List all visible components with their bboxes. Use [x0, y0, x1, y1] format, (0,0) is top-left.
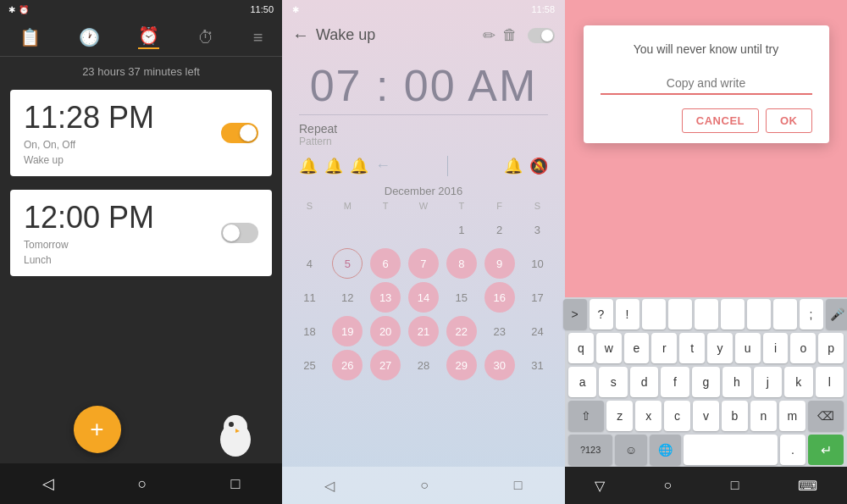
tab-clock[interactable]: 🕐	[79, 27, 100, 47]
cal-cell-4-4[interactable]: 29	[446, 350, 477, 380]
cal-cell-3-2[interactable]: 20	[370, 316, 401, 346]
key-enter[interactable]: ↵	[808, 435, 844, 465]
alarm-card-1[interactable]: 11:28 PM On, On, Off Wake up	[10, 90, 272, 176]
cal-cell-2-4[interactable]: 15	[446, 282, 477, 313]
cal-cell-2-1[interactable]: 12	[332, 282, 363, 313]
key-h[interactable]: h	[722, 367, 750, 397]
key-s1[interactable]	[642, 299, 666, 330]
home-nav-1[interactable]: ○	[138, 475, 147, 493]
alarm-card-2[interactable]: 12:00 PM Tomorrow Lunch	[10, 190, 272, 276]
key-m[interactable]: m	[779, 401, 805, 431]
key-u[interactable]: u	[735, 333, 761, 363]
cal-cell-2-2[interactable]: 13	[370, 282, 401, 313]
key-o[interactable]: o	[790, 333, 816, 363]
cal-cell-4-1[interactable]: 26	[332, 350, 363, 380]
recents-nav-1[interactable]: □	[231, 475, 241, 493]
key-s7[interactable]: ;	[800, 299, 823, 330]
key-s5[interactable]	[747, 299, 771, 330]
cal-cell-1-2[interactable]: 6	[370, 248, 401, 279]
cal-cell-0-4[interactable]: 1	[446, 214, 477, 245]
key-z[interactable]: z	[606, 401, 633, 431]
alarm-toggle-2[interactable]	[221, 223, 258, 243]
key-i[interactable]: i	[763, 333, 789, 363]
ok-button[interactable]: OK	[766, 108, 812, 133]
key-mic[interactable]: 🎤	[826, 299, 848, 330]
key-backspace[interactable]: ⌫	[808, 401, 844, 431]
cal-cell-2-0[interactable]: 11	[294, 282, 324, 313]
key-r[interactable]: r	[651, 333, 677, 363]
recents-nav-3[interactable]: □	[731, 478, 739, 493]
cal-cell-1-5[interactable]: 9	[484, 248, 515, 279]
key-emoji[interactable]: ☺	[615, 435, 647, 465]
arrow-left-icon[interactable]: ←	[375, 157, 390, 175]
cal-cell-2-5[interactable]: 16	[484, 282, 515, 313]
cal-cell-3-1[interactable]: 19	[332, 316, 363, 346]
key-excl[interactable]: !	[616, 299, 639, 330]
recents-nav-2[interactable]: □	[514, 478, 523, 493]
key-s2[interactable]	[668, 299, 692, 330]
edit-icon[interactable]: ✏	[483, 26, 495, 45]
home-nav-3[interactable]: ○	[663, 478, 672, 493]
cal-cell-0-6[interactable]: 3	[522, 214, 552, 245]
key-gt[interactable]: >	[563, 299, 587, 330]
back-nav-1[interactable]: ◁	[42, 474, 54, 493]
key-e[interactable]: e	[624, 333, 650, 363]
bell-2[interactable]: 🔔	[324, 157, 343, 175]
key-123[interactable]: ?123	[568, 435, 612, 465]
cal-cell-0-5[interactable]: 2	[484, 214, 515, 245]
key-k[interactable]: k	[784, 367, 812, 397]
tab-alarm[interactable]: ⏰	[138, 25, 159, 49]
key-d[interactable]: d	[630, 367, 658, 397]
cal-cell-4-2[interactable]: 27	[370, 350, 401, 380]
cancel-button[interactable]: CANCEL	[682, 108, 759, 133]
bell-1[interactable]: 🔔	[299, 157, 318, 175]
key-w[interactable]: w	[596, 333, 622, 363]
cal-cell-3-5[interactable]: 23	[484, 316, 515, 346]
tab-timer[interactable]: ⏱	[197, 28, 214, 47]
dialog-input[interactable]	[601, 73, 812, 95]
cal-cell-3-3[interactable]: 21	[408, 316, 439, 346]
key-v[interactable]: v	[693, 401, 719, 431]
keyboard-nav[interactable]: ⌨	[798, 478, 817, 494]
bell-3[interactable]: 🔔	[350, 157, 368, 175]
cal-cell-1-1[interactable]: 5	[332, 248, 363, 279]
key-s3[interactable]	[695, 299, 718, 330]
delete-icon[interactable]: 🗑	[502, 26, 518, 44]
key-space[interactable]	[684, 435, 778, 465]
key-g[interactable]: g	[692, 367, 720, 397]
cal-cell-2-6[interactable]: 17	[522, 282, 552, 313]
cal-cell-1-3[interactable]: 7	[408, 248, 439, 279]
cal-cell-3-4[interactable]: 22	[446, 316, 477, 346]
home-nav-2[interactable]: ○	[420, 478, 429, 493]
key-c[interactable]: c	[664, 401, 690, 431]
cal-cell-1-6[interactable]: 10	[522, 248, 552, 279]
key-q[interactable]: q	[568, 333, 594, 363]
key-n[interactable]: n	[750, 401, 777, 431]
cal-cell-4-0[interactable]: 25	[294, 350, 324, 380]
add-alarm-button[interactable]: +	[74, 406, 121, 453]
alarm-toggle-detail[interactable]	[528, 28, 555, 43]
cal-cell-2-3[interactable]: 14	[408, 282, 439, 313]
key-a[interactable]: a	[568, 367, 596, 397]
key-f[interactable]: f	[661, 367, 689, 397]
key-j[interactable]: j	[754, 367, 782, 397]
key-globe[interactable]: 🌐	[650, 435, 682, 465]
cal-cell-3-6[interactable]: 24	[522, 316, 552, 346]
cal-cell-4-5[interactable]: 30	[484, 350, 515, 380]
key-x[interactable]: x	[635, 401, 662, 431]
key-s6[interactable]	[773, 299, 797, 330]
cal-cell-4-3[interactable]: 28	[408, 350, 439, 380]
key-y[interactable]: y	[707, 333, 733, 363]
back-nav-2[interactable]: ◁	[324, 478, 335, 494]
tab-clipboard[interactable]: 📋	[19, 27, 41, 47]
bell-4[interactable]: 🔔	[504, 157, 523, 175]
key-t[interactable]: t	[679, 333, 705, 363]
bell-5-off[interactable]: 🔕	[529, 157, 548, 175]
back-button[interactable]: ←	[292, 25, 309, 45]
key-p[interactable]: p	[818, 333, 844, 363]
cal-cell-3-0[interactable]: 18	[294, 316, 324, 346]
key-s4[interactable]	[721, 299, 745, 330]
key-q2[interactable]: ?	[590, 299, 613, 330]
key-shift[interactable]: ⇧	[568, 401, 604, 431]
key-b[interactable]: b	[722, 401, 748, 431]
